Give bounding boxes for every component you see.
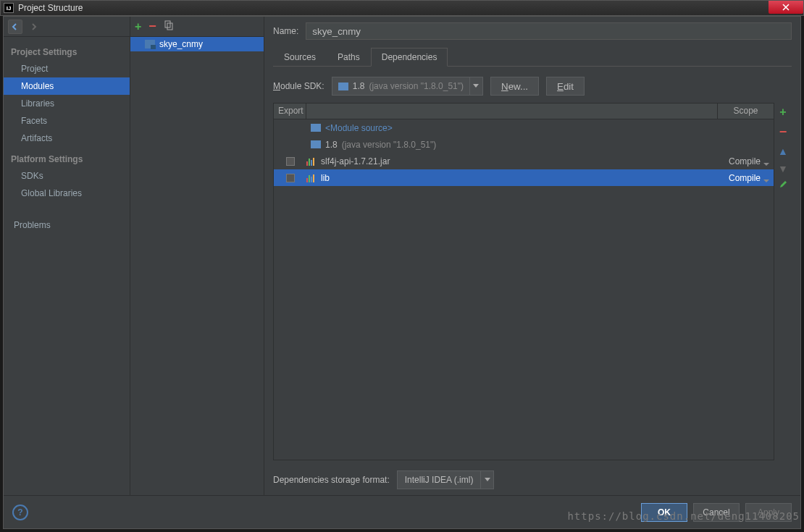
dependencies-header: Export Scope: [274, 104, 774, 119]
dependencies-area: Export Scope <Module source>: [273, 103, 792, 460]
move-up-button[interactable]: ▲: [778, 145, 788, 157]
window-title: Project Structure: [18, 3, 83, 13]
module-tree-item[interactable]: skye_cnmy: [130, 37, 264, 51]
sdk-name: 1.8: [353, 81, 365, 91]
library-icon: [306, 174, 317, 182]
dep-label: lib: [321, 173, 330, 183]
footer: ? OK Cancel Apply: [4, 495, 800, 528]
library-icon: [306, 157, 317, 166]
dependencies-body[interactable]: <Module source> 1.8 (java version "1.8.0…: [274, 119, 774, 460]
ok-button[interactable]: OK: [641, 503, 687, 522]
nav-section-platform: Platform Settings: [4, 151, 130, 167]
storage-dropdown[interactable]: [481, 470, 494, 489]
dep-label: 1.8: [325, 140, 338, 150]
storage-row: Dependencies storage format: IntelliJ ID…: [273, 470, 792, 489]
name-row: Name:: [273, 22, 792, 40]
nav-item-facets[interactable]: Facets: [4, 112, 130, 130]
module-sdk-row: Module SDK: 1.8 (java version "1.8.0_51"…: [273, 77, 792, 96]
dependencies-table: Export Scope <Module source>: [273, 103, 774, 460]
nav-list: Project Settings Project Modules Librari…: [4, 37, 130, 241]
dep-scope[interactable]: Compile: [717, 173, 774, 183]
close-button[interactable]: [769, 1, 803, 14]
module-name-label: skye_cnmy: [159, 39, 203, 49]
tab-sources[interactable]: Sources: [273, 48, 327, 67]
name-label: Name:: [273, 26, 298, 36]
apply-button[interactable]: Apply: [745, 503, 792, 522]
dep-label: <Module source>: [325, 123, 393, 133]
dep-row-module-source[interactable]: <Module source>: [274, 119, 774, 136]
folder-icon: [311, 124, 321, 132]
name-input[interactable]: [306, 22, 792, 40]
edit-dependency-button[interactable]: [779, 180, 787, 191]
nav-item-sdks[interactable]: SDKs: [4, 167, 130, 185]
cancel-button[interactable]: Cancel: [693, 503, 740, 522]
content-area: Project Settings Project Modules Librari…: [4, 17, 800, 495]
module-sdk-combo[interactable]: 1.8 (java version "1.8.0_51"): [332, 77, 470, 96]
module-tree-panel: + − skye_cnmy: [130, 17, 264, 495]
chevron-down-icon: [473, 84, 479, 88]
left-nav: Project Settings Project Modules Librari…: [4, 17, 130, 495]
col-scope: Scope: [717, 104, 774, 119]
copy-module-button[interactable]: [164, 20, 174, 33]
back-button[interactable]: [8, 20, 22, 34]
dep-detail: (java version "1.8.0_51"): [342, 140, 437, 150]
dep-row-sdk[interactable]: 1.8 (java version "1.8.0_51"): [274, 136, 774, 153]
module-sdk-label: Module SDK:: [273, 81, 324, 91]
remove-module-button[interactable]: −: [148, 19, 156, 34]
move-down-button[interactable]: ▼: [778, 163, 788, 174]
dep-label: slf4j-api-1.7.21.jar: [321, 156, 390, 166]
storage-label: Dependencies storage format:: [273, 475, 390, 485]
nav-toolbar: [4, 17, 130, 37]
back-icon: [11, 22, 20, 31]
new-sdk-button[interactable]: New...: [490, 77, 539, 96]
col-name: [306, 104, 717, 119]
module-icon: [145, 40, 155, 48]
window-body: Project Settings Project Modules Librari…: [3, 16, 801, 529]
dep-export-cell: [274, 174, 306, 182]
forward-button[interactable]: [27, 20, 41, 34]
module-sdk-dropdown[interactable]: [470, 77, 483, 96]
sdk-folder-icon: [338, 83, 348, 90]
chevron-down-icon: [485, 478, 490, 482]
dep-export-cell: [274, 157, 306, 166]
tab-bar: Sources Paths Dependencies: [273, 47, 792, 67]
nav-item-project[interactable]: Project: [4, 60, 130, 77]
dep-row-lib[interactable]: lib Compile: [274, 169, 774, 186]
copy-icon: [164, 20, 174, 30]
col-export: Export: [274, 104, 306, 119]
storage-combo[interactable]: IntelliJ IDEA (.iml): [397, 470, 495, 489]
dep-row-jar[interactable]: slf4j-api-1.7.21.jar Compile: [274, 153, 774, 169]
module-toolbar: + −: [130, 17, 264, 37]
nav-item-modules[interactable]: Modules: [4, 77, 130, 95]
edit-sdk-button[interactable]: Edit: [546, 77, 585, 96]
sdk-detail: (java version "1.8.0_51"): [369, 81, 464, 91]
nav-item-global-libraries[interactable]: Global Libraries: [4, 185, 130, 202]
close-icon: [782, 4, 790, 11]
titlebar: IJ Project Structure: [0, 0, 804, 16]
folder-icon: [311, 140, 321, 148]
dep-scope[interactable]: Compile: [717, 156, 774, 166]
pencil-icon: [779, 180, 787, 189]
export-checkbox[interactable]: [286, 174, 295, 182]
nav-section-project: Project Settings: [4, 44, 130, 60]
tab-dependencies[interactable]: Dependencies: [371, 48, 448, 67]
tab-paths[interactable]: Paths: [327, 48, 371, 67]
export-checkbox[interactable]: [286, 157, 295, 166]
nav-item-libraries[interactable]: Libraries: [4, 95, 130, 112]
right-panel: Name: Sources Paths Dependencies Module …: [264, 17, 800, 495]
nav-item-problems[interactable]: Problems: [4, 216, 130, 234]
help-button[interactable]: ?: [12, 504, 28, 520]
storage-value: IntelliJ IDEA (.iml): [397, 470, 482, 489]
forward-icon: [30, 22, 38, 31]
nav-item-artifacts[interactable]: Artifacts: [4, 130, 130, 147]
add-dependency-button[interactable]: +: [779, 106, 786, 119]
app-icon: IJ: [4, 3, 14, 13]
footer-buttons: OK Cancel Apply: [641, 503, 792, 522]
remove-dependency-button[interactable]: −: [779, 124, 787, 140]
dependencies-side-toolbar: + − ▲ ▼: [774, 103, 792, 460]
add-module-button[interactable]: +: [135, 20, 141, 33]
